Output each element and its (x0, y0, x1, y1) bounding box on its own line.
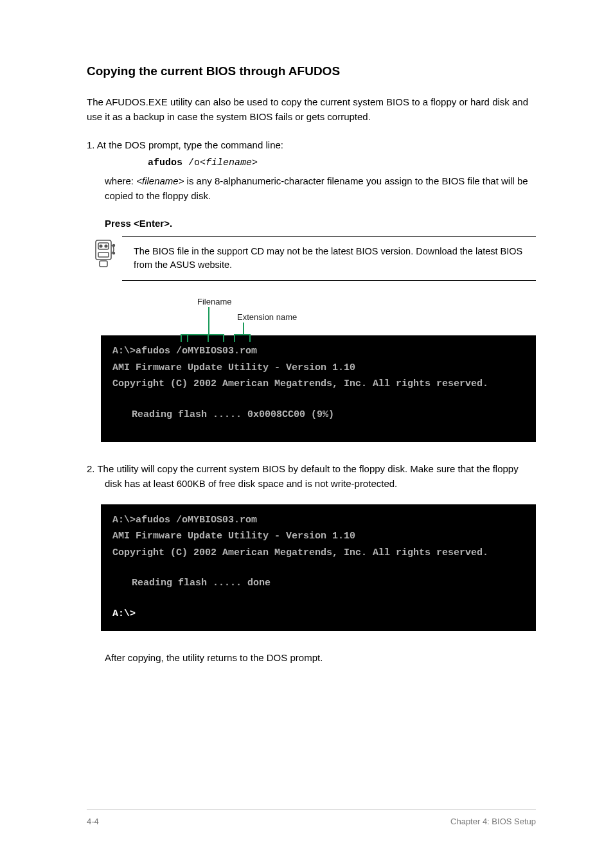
terminal-1-wrap: Filename Extension name A:\>afudos /oMYB… (101, 297, 536, 442)
anno-line (249, 334, 251, 342)
terminal-2: A:\>afudos /oMYBIOS03.rom AMI Firmware U… (101, 504, 536, 632)
terminal-line: Copyright (C) 2002 American Megatrends, … (112, 545, 524, 562)
where-prefix: where: (105, 175, 134, 186)
anno-line (187, 334, 188, 342)
page-content: Copying the current BIOS through AFUDOS … (87, 64, 536, 774)
step-2-text: The utility will copy the current system… (97, 463, 518, 489)
chapter-label: Chapter 4: BIOS Setup (450, 817, 536, 826)
command-switch: /o (182, 157, 200, 168)
anno-line (181, 334, 182, 342)
where-filename-var: <filename> (136, 175, 184, 186)
terminal-line: AMI Firmware Update Utility - Version 1.… (112, 528, 524, 545)
step-1-number: 1. (87, 139, 97, 150)
anno-line (234, 334, 235, 342)
section-heading: Copying the current BIOS through AFUDOS (87, 64, 536, 78)
command-syntax: afudos /o<filename> (148, 157, 536, 168)
svg-point-7 (112, 252, 114, 254)
anno-line (208, 307, 209, 334)
terminal-blank (112, 561, 524, 575)
step-2: 2. The utility will copy the current sys… (87, 461, 536, 492)
svg-point-6 (112, 244, 114, 246)
command-name: afudos (148, 157, 182, 168)
closing-paragraph: After copying, the utility returns to th… (87, 650, 536, 665)
step-2-number: 2. (87, 463, 97, 474)
svg-point-3 (105, 245, 107, 247)
terminal-line: A:\>afudos /oMYBIOS03.rom (112, 512, 524, 529)
svg-rect-4 (98, 252, 109, 257)
anno-line (243, 323, 244, 334)
command-filename-var: <filename> (200, 157, 258, 168)
step-1-text: At the DOS prompt, type the command line… (97, 139, 283, 150)
terminal-prompt: A:\> (112, 606, 524, 623)
terminal-line: Reading flash ..... done (112, 575, 524, 592)
page-number: 4-4 (87, 817, 99, 826)
where-clause: where: <filename> is any 8-alphanumeric-… (87, 173, 536, 204)
page-footer: 4-4 Chapter 4: BIOS Setup (87, 810, 536, 826)
press-enter: Press <Enter>. (87, 216, 536, 231)
svg-rect-5 (100, 261, 107, 267)
note-text: The BIOS file in the support CD may not … (134, 245, 536, 273)
anno-line (234, 334, 251, 335)
terminal-line: Reading flash ..... 0x0008CC00 (9%) (112, 407, 524, 423)
terminal-blank (112, 393, 524, 407)
spacer (87, 678, 536, 774)
note-text-wrap: The BIOS file in the support CD may not … (122, 236, 536, 281)
anno-line (223, 334, 224, 342)
step-1: 1. At the DOS prompt, type the command l… (87, 137, 536, 152)
anno-line (208, 334, 209, 342)
terminal-line: A:\>afudos /oMYBIOS03.rom (112, 343, 524, 360)
intro-paragraph: The AFUDOS.EXE utility can also be used … (87, 94, 536, 125)
svg-point-2 (100, 245, 102, 247)
terminal-line: Copyright (C) 2002 American Megatrends, … (112, 376, 524, 393)
terminal-line: AMI Firmware Update Utility - Version 1.… (112, 360, 524, 376)
extension-label: Extension name (237, 312, 297, 322)
filename-label: Filename (197, 297, 231, 306)
terminal-2-wrap: A:\>afudos /oMYBIOS03.rom AMI Firmware U… (101, 504, 536, 632)
annotation-diagram: Filename Extension name (101, 297, 536, 335)
terminal-blank (112, 592, 524, 606)
note-box: The BIOS file in the support CD may not … (87, 236, 536, 281)
press-enter-text: Press <Enter>. (105, 218, 172, 229)
robot-icon (87, 236, 122, 274)
terminal-1: A:\>afudos /oMYBIOS03.rom AMI Firmware U… (101, 335, 536, 442)
